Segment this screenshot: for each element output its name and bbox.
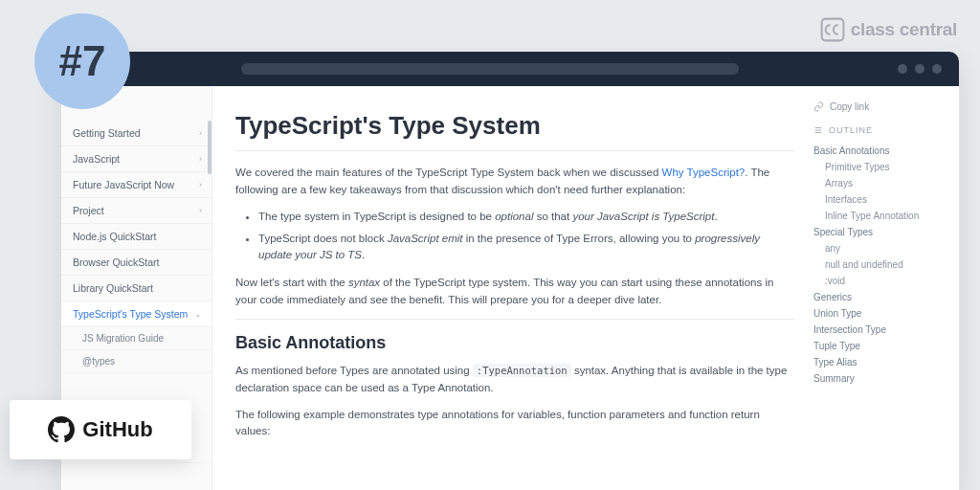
rank-badge: #7 [34, 13, 130, 109]
window-dot-icon[interactable] [932, 64, 942, 74]
list-item: TypeScript does not block JavaScript emi… [258, 231, 794, 264]
divider [235, 319, 794, 320]
address-bar[interactable] [241, 63, 739, 75]
toc-item[interactable]: Type Alias [813, 354, 949, 370]
outline-list: Basic AnnotationsPrimitive TypesArraysIn… [813, 143, 949, 387]
text: . [714, 211, 717, 222]
sidebar-item-project[interactable]: Project› [61, 198, 212, 224]
github-card: GitHub [10, 400, 191, 459]
emphasis: JavaScript emit [388, 233, 463, 244]
sidebar-item-future-js[interactable]: Future JavaScript Now› [61, 172, 212, 198]
chevron-right-icon: › [199, 128, 202, 138]
sidebar-item-label: Getting Started [73, 127, 141, 139]
cc-icon [820, 17, 845, 42]
text: TypeScript does not block [258, 233, 388, 244]
toc-item[interactable]: null and undefined [813, 256, 949, 273]
sidebar-item-node-quickstart[interactable]: Node.js QuickStart [61, 224, 212, 250]
sidebar-item-label: TypeScript's Type System [73, 308, 188, 320]
link-icon [813, 101, 824, 112]
sidebar-item-javascript[interactable]: JavaScript› [61, 146, 212, 172]
takeaways-list: The type system in TypeScript is designe… [258, 209, 794, 264]
toc-item[interactable]: Basic Annotations [813, 143, 949, 159]
class-central-logo: class central [820, 17, 957, 42]
emphasis: your JavaScript is TypeScript [572, 211, 714, 222]
text: As mentioned before Types are annotated … [235, 365, 473, 376]
toc-item[interactable]: Interfaces [813, 191, 949, 208]
outline-header: OUTLINE [813, 125, 949, 135]
list-item: The type system in TypeScript is designe… [258, 209, 794, 225]
inline-code: :TypeAnnotation [473, 364, 571, 377]
paragraph: As mentioned before Types are annotated … [235, 363, 794, 397]
toc-item[interactable]: Arrays [813, 175, 949, 191]
sidebar-item-library-quickstart[interactable]: Library QuickStart [61, 276, 212, 301]
chevron-down-icon: ⌄ [194, 309, 202, 319]
sidebar-item-label: Future JavaScript Now [73, 179, 174, 190]
text: We covered the main features of the Type… [235, 167, 662, 178]
sidebar-item-browser-quickstart[interactable]: Browser QuickStart [61, 250, 212, 276]
section-heading: Basic Annotations [235, 333, 794, 353]
browser-window: Getting Started› JavaScript› Future Java… [61, 52, 959, 490]
toc-item[interactable]: :void [813, 273, 949, 289]
browser-body: Getting Started› JavaScript› Future Java… [61, 86, 959, 490]
github-label: GitHub [82, 417, 152, 442]
window-dot-icon[interactable] [915, 64, 924, 74]
emphasis: syntax [348, 277, 380, 288]
chevron-right-icon: › [199, 154, 202, 164]
article: TypeScript's Type System We covered the … [212, 86, 808, 490]
text: . [362, 249, 365, 260]
list-icon [813, 125, 823, 135]
toc-item[interactable]: Inline Type Annotation [813, 208, 949, 224]
sidebar-item-label: Project [73, 205, 104, 216]
sidebar-item-label: Library QuickStart [73, 282, 153, 294]
text: so that [533, 211, 572, 222]
outline-label: OUTLINE [829, 125, 873, 135]
paragraph: The following example demonstrates type … [235, 407, 794, 441]
emphasis: optional [495, 211, 533, 222]
toc-item[interactable]: Tuple Type [813, 338, 949, 354]
sidebar-item-label: Node.js QuickStart [73, 231, 157, 242]
window-dot-icon[interactable] [898, 64, 907, 74]
paragraph: Now let's start with the syntax of the T… [235, 275, 794, 309]
window-controls [898, 64, 942, 74]
github-icon [48, 416, 75, 443]
divider [235, 150, 794, 151]
chevron-right-icon: › [199, 206, 202, 215]
text: in the presence of Type Errors, allowing… [463, 233, 696, 244]
page-title: TypeScript's Type System [235, 111, 794, 141]
toc-item[interactable]: Primitive Types [813, 159, 949, 175]
class-central-text: class central [851, 19, 957, 40]
toc-item[interactable]: Generics [813, 289, 949, 305]
sidebar-subitem-migration[interactable]: JS Migration Guide [61, 327, 212, 350]
text: The type system in TypeScript is designe… [258, 211, 495, 222]
right-rail: Copy link OUTLINE Basic AnnotationsPrimi… [808, 86, 959, 490]
toc-item[interactable]: Summary [813, 370, 949, 387]
toc-item[interactable]: Special Types [813, 224, 949, 240]
sidebar-item-type-system[interactable]: TypeScript's Type System⌄ [61, 301, 212, 327]
copy-link-button[interactable]: Copy link [813, 101, 949, 112]
text: Now let's start with the [235, 277, 348, 288]
toc-item[interactable]: any [813, 240, 949, 256]
sidebar-item-getting-started[interactable]: Getting Started› [61, 121, 212, 146]
sidebar-subitem-types[interactable]: @types [61, 350, 212, 373]
browser-header [61, 52, 959, 86]
scrollbar[interactable] [208, 121, 212, 174]
copy-link-label: Copy link [830, 101, 869, 112]
sidebar-item-label: JavaScript [73, 153, 120, 165]
toc-item[interactable]: Intersection Type [813, 322, 949, 338]
toc-item[interactable]: Union Type [813, 305, 949, 322]
sidebar-item-label: Browser QuickStart [73, 256, 159, 268]
why-typescript-link[interactable]: Why TypeScript? [662, 167, 746, 178]
intro-paragraph: We covered the main features of the Type… [235, 165, 794, 199]
chevron-right-icon: › [199, 180, 202, 189]
